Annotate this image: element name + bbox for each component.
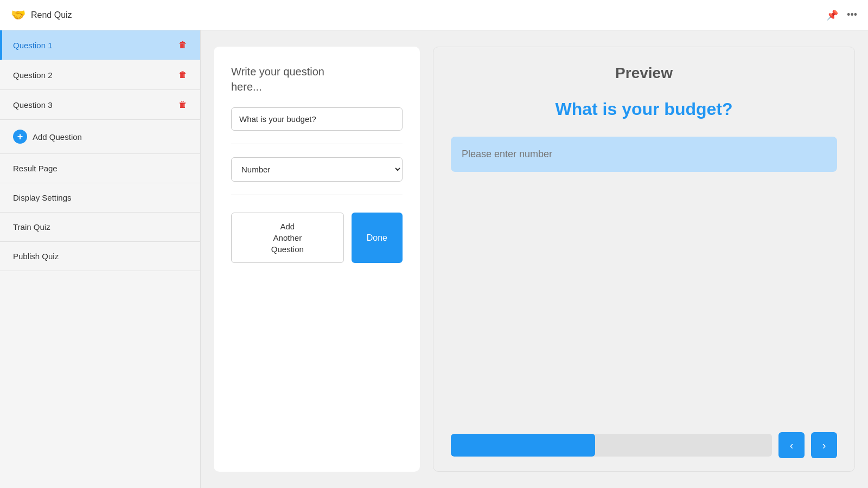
content-area: Write your questionhere... Number Text M…	[201, 30, 868, 488]
sidebar-item-label: Question 1	[13, 41, 53, 50]
preview-question: What is your budget?	[451, 99, 837, 119]
question-type-select[interactable]: Number Text Multiple Choice Date	[231, 157, 403, 182]
sidebar-item-label: Question 2	[13, 70, 53, 80]
sidebar-item-question-1[interactable]: Question 1 🗑	[0, 30, 200, 60]
add-another-question-button[interactable]: AddAnotherQuestion	[231, 213, 344, 263]
app-header: 🤝 Rend Quiz 📌 •••	[0, 0, 868, 30]
pin-icon[interactable]: 📌	[826, 9, 838, 21]
header-left: 🤝 Rend Quiz	[11, 8, 72, 22]
sidebar-item-label: Publish Quiz	[13, 252, 59, 261]
sidebar-item-display-settings[interactable]: Display Settings	[0, 183, 200, 213]
progress-bar	[451, 434, 772, 457]
divider-2	[231, 195, 403, 195]
more-options-icon[interactable]: •••	[847, 9, 857, 21]
add-question-label: Add Question	[33, 132, 82, 142]
sidebar-item-label: Display Settings	[13, 193, 72, 202]
header-right: 📌 •••	[826, 9, 857, 21]
add-question-item[interactable]: + Add Question	[0, 120, 200, 154]
progress-bar-fill	[451, 434, 595, 457]
sidebar-item-question-3[interactable]: Question 3 🗑	[0, 90, 200, 120]
app-logo-icon: 🤝	[11, 8, 25, 22]
done-button[interactable]: Done	[352, 213, 403, 263]
action-buttons: AddAnotherQuestion Done	[231, 213, 403, 263]
preview-number-input[interactable]	[451, 137, 837, 172]
delete-question-2-icon[interactable]: 🗑	[178, 70, 187, 80]
preview-bottom: ‹ ›	[451, 432, 837, 458]
sidebar-item-label: Result Page	[13, 164, 58, 173]
next-button[interactable]: ›	[811, 432, 837, 458]
sidebar-item-result-page[interactable]: Result Page	[0, 154, 200, 183]
sidebar-item-question-2[interactable]: Question 2 🗑	[0, 60, 200, 90]
sidebar: Question 1 🗑 Question 2 🗑 Question 3 🗑 +…	[0, 30, 201, 488]
prev-button[interactable]: ‹	[778, 432, 805, 458]
question-editor: Write your questionhere... Number Text M…	[214, 47, 420, 472]
divider-1	[231, 144, 403, 144]
sidebar-item-train-quiz[interactable]: Train Quiz	[0, 213, 200, 242]
sidebar-item-label: Question 3	[13, 100, 53, 110]
preview-title: Preview	[451, 65, 837, 82]
delete-question-3-icon[interactable]: 🗑	[178, 100, 187, 110]
add-circle-icon: +	[13, 130, 27, 144]
sidebar-item-label: Train Quiz	[13, 222, 50, 232]
editor-section-label: Write your questionhere...	[231, 64, 403, 94]
main-layout: Question 1 🗑 Question 2 🗑 Question 3 🗑 +…	[0, 30, 868, 488]
preview-panel: Preview What is your budget? ‹ ›	[433, 47, 855, 472]
question-text-input[interactable]	[231, 107, 403, 131]
sidebar-item-publish-quiz[interactable]: Publish Quiz	[0, 242, 200, 271]
app-title: Rend Quiz	[31, 10, 72, 20]
delete-question-1-icon[interactable]: 🗑	[178, 40, 187, 50]
